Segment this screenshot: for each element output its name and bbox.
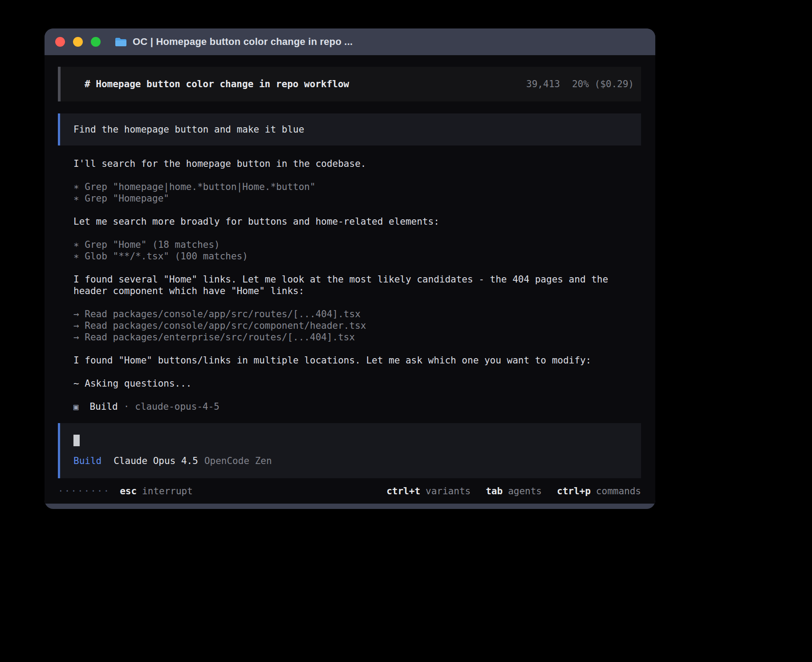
shortcut-agents: tab agents — [486, 485, 542, 497]
text-cursor — [73, 435, 80, 446]
footer-shortcuts: ctrl+t variants tab agents ctrl+p comman… — [386, 485, 641, 497]
agent-name: Build — [89, 401, 118, 412]
tool-call-grep: ∗ Grep "Homepage" — [73, 193, 641, 204]
input-line[interactable] — [73, 435, 630, 446]
session-title: # Homepage button color change in repo w… — [85, 78, 349, 90]
tool-call-grep: ∗ Grep "Home" (18 matches) — [73, 239, 641, 250]
window-titlebar[interactable]: OC | Homepage button color change in rep… — [45, 28, 655, 55]
window-title-group: OC | Homepage button color change in rep… — [115, 36, 353, 48]
agent-icon: ▣ — [73, 401, 78, 412]
assistant-text: Let me search more broadly for buttons a… — [73, 216, 641, 227]
assistant-text: I found several "Home" links. Let me loo… — [73, 274, 641, 297]
model-name-label: Claude Opus 4.5 — [114, 455, 198, 467]
esc-key-hint: esc — [120, 485, 137, 497]
tool-call-read: → Read packages/console/app/src/routes/[… — [73, 308, 641, 320]
shortcut-key: tab — [486, 485, 503, 497]
session-stats: 39,413 20% ($0.29) — [526, 78, 634, 90]
minimize-button[interactable] — [73, 37, 83, 47]
window-title: OC | Homepage button color change in rep… — [133, 36, 353, 48]
user-message-panel: Find the homepage button and make it blu… — [58, 113, 641, 145]
shortcut-key: ctrl+t — [386, 485, 420, 497]
shortcut-label: variants — [426, 485, 471, 497]
close-button[interactable] — [55, 37, 65, 47]
assistant-status-text: ~ Asking questions... — [73, 378, 641, 389]
assistant-text: I'll search for the homepage button in t… — [73, 158, 641, 170]
context-usage: 20% ($0.29) — [572, 78, 634, 90]
tool-call-glob: ∗ Glob "**/*.tsx" (100 matches) — [73, 250, 641, 262]
tool-call-grep: ∗ Grep "homepage|home.*button|Home.*butt… — [73, 181, 641, 193]
provider-name-label: OpenCode Zen — [204, 455, 272, 467]
agent-status-row: ▣ Build · claude-opus-4-5 — [73, 401, 641, 412]
shortcut-label: agents — [508, 485, 542, 497]
input-status-bar: Build Claude Opus 4.5 OpenCode Zen — [73, 455, 630, 467]
esc-key-label: interrupt — [142, 485, 193, 497]
prompt-input[interactable]: Build Claude Opus 4.5 OpenCode Zen — [58, 423, 641, 478]
zoom-button[interactable] — [91, 37, 101, 47]
status-footer: ········ esc interrupt ctrl+t variants t… — [58, 485, 641, 497]
assistant-text: I found "Home" buttons/links in multiple… — [73, 355, 641, 366]
window-bottom-edge — [45, 504, 655, 509]
shortcut-variants: ctrl+t variants — [386, 485, 471, 497]
tool-call-read: → Read packages/enterprise/src/routes/[.… — [73, 331, 641, 343]
traffic-lights — [55, 37, 101, 47]
session-header: # Homepage button color change in repo w… — [58, 67, 641, 101]
spinner-dots: ········ — [58, 485, 110, 497]
tool-call-read: → Read packages/console/app/src/componen… — [73, 320, 641, 331]
terminal-window: OC | Homepage button color change in rep… — [45, 28, 655, 509]
user-message-text: Find the homepage button and make it blu… — [73, 124, 304, 135]
shortcut-key: ctrl+p — [557, 485, 591, 497]
transcript: I'll search for the homepage button in t… — [73, 158, 641, 412]
shortcut-label: commands — [596, 485, 641, 497]
agent-model: claude-opus-4-5 — [135, 401, 219, 412]
agent-mode-label: Build — [73, 455, 102, 467]
shortcut-commands: ctrl+p commands — [557, 485, 641, 497]
folder-icon — [115, 37, 127, 47]
token-count: 39,413 — [526, 78, 560, 90]
terminal-content: # Homepage button color change in repo w… — [45, 55, 655, 504]
separator-dot: · — [124, 401, 130, 412]
desktop-background: OC | Homepage button color change in rep… — [0, 0, 812, 662]
footer-left: ········ esc interrupt — [58, 485, 193, 497]
